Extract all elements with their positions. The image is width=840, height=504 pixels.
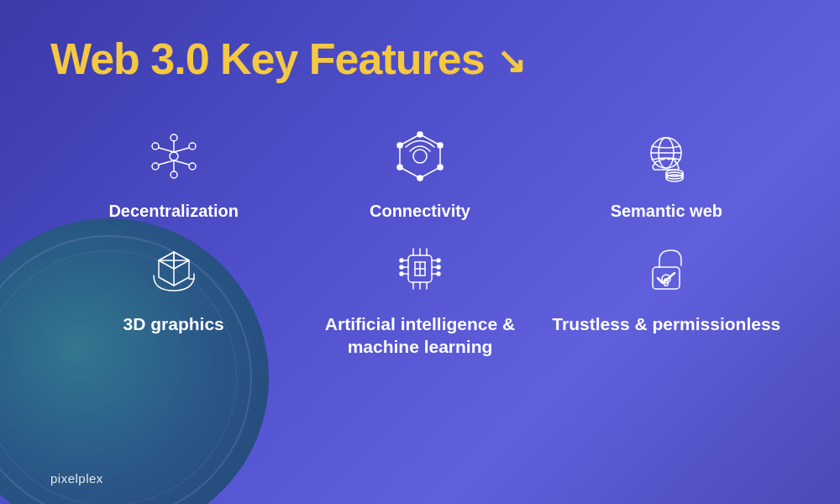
feature-decentralization: Decentralization <box>50 126 297 222</box>
feature-3d-graphics: 3D graphics <box>50 239 297 359</box>
svg-point-15 <box>417 132 423 137</box>
3d-graphics-label: 3D graphics <box>123 312 224 335</box>
ai-ml-icon <box>390 239 450 299</box>
title-row: Web 3.0 Key Features ↘ <box>50 34 790 84</box>
connectivity-label: Connectivity <box>370 200 470 222</box>
svg-line-11 <box>159 160 174 165</box>
svg-point-0 <box>170 152 178 160</box>
svg-point-4 <box>171 171 177 178</box>
feature-trustless: Trustless & permissionless <box>543 239 790 359</box>
svg-line-32 <box>159 260 174 269</box>
svg-point-2 <box>189 143 196 150</box>
svg-point-40 <box>400 272 403 276</box>
svg-line-31 <box>174 260 189 269</box>
svg-point-5 <box>152 163 159 170</box>
features-grid: Decentralization <box>50 126 790 359</box>
feature-semantic-web: Semantic web <box>543 126 790 222</box>
feature-connectivity: Connectivity <box>297 126 543 222</box>
page-title: Web 3.0 Key Features <box>50 34 485 84</box>
connectivity-icon <box>390 126 450 186</box>
svg-point-14 <box>413 150 427 163</box>
arrow-icon: ↘ <box>496 40 526 81</box>
svg-line-9 <box>174 160 189 165</box>
svg-line-8 <box>174 148 189 152</box>
svg-point-1 <box>171 134 177 141</box>
svg-point-6 <box>152 143 159 150</box>
trustless-label: Trustless & permissionless <box>552 312 780 335</box>
page-container: Web 3.0 Key Features ↘ <box>0 0 840 504</box>
semantic-web-icon <box>636 126 696 186</box>
brand-label: pixelplex <box>50 471 103 486</box>
svg-point-16 <box>438 143 443 148</box>
semantic-web-label: Semantic web <box>611 200 722 222</box>
svg-point-38 <box>400 259 403 262</box>
decentralization-icon <box>144 126 204 186</box>
svg-point-3 <box>189 163 196 170</box>
svg-point-20 <box>397 143 402 148</box>
svg-point-19 <box>397 165 402 170</box>
3d-graphics-icon <box>144 239 204 299</box>
ai-ml-label: Artificial intelligence & machine learni… <box>297 312 543 359</box>
feature-ai-ml: Artificial intelligence & machine learni… <box>297 239 543 359</box>
svg-line-12 <box>159 148 174 152</box>
svg-point-46 <box>437 272 440 276</box>
svg-point-18 <box>417 176 423 181</box>
svg-point-17 <box>438 165 443 170</box>
decentralization-label: Decentralization <box>108 200 238 222</box>
trustless-icon <box>636 239 696 299</box>
svg-point-45 <box>437 265 440 269</box>
svg-point-39 <box>400 265 403 269</box>
svg-point-44 <box>437 259 440 262</box>
